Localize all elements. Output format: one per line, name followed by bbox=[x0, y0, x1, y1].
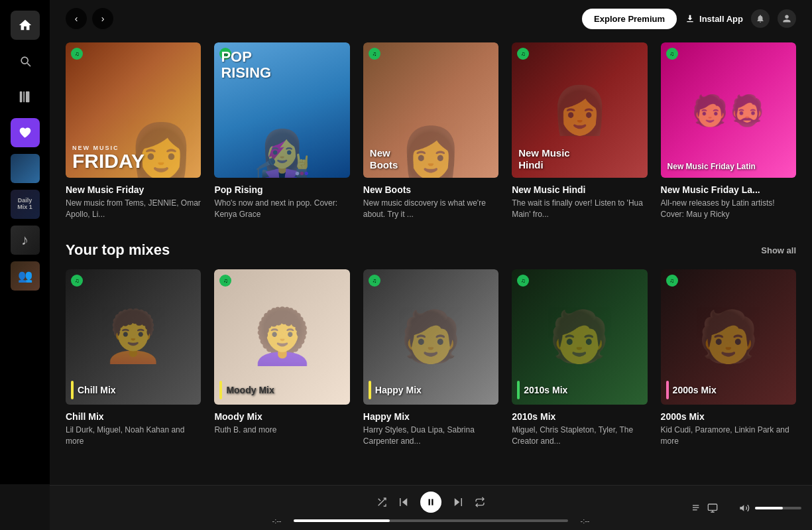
new-releases-section: 👩 NEW MUSIC FRIDAY New Music Friday New … bbox=[66, 42, 796, 220]
top-mixes-header: Your top mixes Show all bbox=[66, 241, 796, 259]
card-latin-desc: All-new releases by Latin artists! Cover… bbox=[661, 198, 796, 220]
card-latin-title: New Music Friday La... bbox=[661, 184, 796, 195]
sidebar-item-playlist1[interactable] bbox=[11, 154, 40, 183]
switch-device-button[interactable] bbox=[723, 503, 734, 513]
card-nmf-title: New Music Friday bbox=[66, 184, 201, 195]
svg-rect-14 bbox=[708, 504, 717, 510]
card-2010s-image: 🧑 2010s Mix bbox=[512, 269, 647, 405]
shuffle-icon bbox=[377, 497, 387, 507]
top-mixes-grid: 🧑‍🦱 Chill Mix Chill Mix Lil Durk, Miguel… bbox=[66, 269, 796, 447]
volume-fill bbox=[755, 507, 783, 509]
new-releases-grid: 👩 NEW MUSIC FRIDAY New Music Friday New … bbox=[66, 42, 796, 220]
card-2000s[interactable]: 🧑 2000s Mix 2000s Mix Kid Cudi, Paramore… bbox=[661, 269, 796, 447]
player-center: -:-- -:-- bbox=[265, 492, 597, 525]
svg-rect-2 bbox=[25, 92, 29, 103]
card-2000s-desc: Kid Cudi, Paramore, Linkin Park and more bbox=[661, 425, 796, 447]
next-button[interactable] bbox=[452, 496, 464, 508]
bell-icon bbox=[756, 14, 765, 23]
main-content: ‹ › Explore Premium Install App bbox=[50, 0, 812, 530]
chill-mix-label: Chill Mix bbox=[78, 385, 116, 395]
moody-mix-label-bar: Moody Mix bbox=[219, 381, 344, 399]
download-icon bbox=[685, 13, 695, 24]
card-2010s-desc: Miguel, Chris Stapleton, Tyler, The Crea… bbox=[512, 425, 647, 447]
repeat-icon bbox=[475, 497, 485, 507]
svg-rect-1 bbox=[23, 92, 25, 103]
svg-rect-11 bbox=[693, 505, 699, 505]
install-app-button[interactable]: Install App bbox=[685, 13, 743, 24]
player-bar: -:-- -:-- bbox=[50, 485, 812, 530]
progress-bar[interactable] bbox=[294, 519, 568, 522]
card-chill[interactable]: 🧑‍🦱 Chill Mix Chill Mix Lil Durk, Miguel… bbox=[66, 269, 201, 447]
card-pop-image: 👩‍🎤 POPRISING bbox=[214, 42, 349, 178]
card-hindi-image: 👩 New MusicHindi bbox=[512, 42, 647, 178]
card-2010s[interactable]: 🧑 2010s Mix 2010s Mix Miguel, Chris Stap… bbox=[512, 269, 647, 447]
svg-marker-15 bbox=[740, 505, 744, 511]
sidebar-item-daily1[interactable]: DailyMix 1 bbox=[11, 190, 40, 219]
shuffle-button[interactable] bbox=[377, 497, 387, 507]
user-profile-button[interactable] bbox=[778, 9, 796, 28]
card-pop[interactable]: 👩‍🎤 POPRISING Pop Rising Who's now and n… bbox=[214, 42, 349, 220]
prev-button[interactable] bbox=[398, 496, 410, 508]
sidebar-item-music1[interactable]: ♪ bbox=[11, 226, 40, 255]
svg-line-4 bbox=[378, 498, 380, 500]
card-moody-image: 👩‍🦱 Moody Mix bbox=[214, 269, 349, 405]
card-2000s-image: 🧑 2000s Mix bbox=[661, 269, 796, 405]
card-chill-image: 🧑‍🦱 Chill Mix bbox=[66, 269, 201, 405]
top-mixes-title: Your top mixes bbox=[66, 241, 170, 259]
card-hindi[interactable]: 👩 New MusicHindi New Music Hindi The wai… bbox=[512, 42, 647, 220]
notifications-button[interactable] bbox=[751, 9, 770, 28]
card-pop-title: Pop Rising bbox=[214, 184, 349, 195]
volume-button[interactable] bbox=[739, 503, 750, 513]
sidebar-item-search[interactable] bbox=[11, 46, 40, 76]
hindi-label: New MusicHindi bbox=[518, 147, 640, 171]
card-hindi-title: New Music Hindi bbox=[512, 184, 647, 195]
card-hindi-desc: The wait is finally over! Listen to 'Hua… bbox=[512, 198, 647, 220]
show-all-link[interactable]: Show all bbox=[761, 245, 796, 255]
moody-mix-label: Moody Mix bbox=[226, 385, 274, 395]
sidebar-item-home[interactable] bbox=[11, 11, 40, 40]
queue-icon bbox=[691, 503, 702, 513]
card-happy[interactable]: 🧑 Happy Mix Happy Mix Harry Styles, Dua … bbox=[363, 269, 498, 447]
card-chill-title: Chill Mix bbox=[66, 411, 201, 422]
progress-container: -:-- -:-- bbox=[265, 517, 597, 525]
card-moody-title: Moody Mix bbox=[214, 411, 349, 422]
latin-label: New Music Friday Latin bbox=[667, 162, 789, 171]
card-pop-desc: Who's now and next in pop. Cover: Kenya … bbox=[214, 198, 349, 220]
player-controls bbox=[377, 492, 485, 513]
2010s-mix-label-bar: 2010s Mix bbox=[517, 381, 642, 399]
card-boots-image: 👩 NewBoots bbox=[363, 42, 498, 178]
2010s-mix-label: 2010s Mix bbox=[524, 385, 567, 395]
explore-premium-button[interactable]: Explore Premium bbox=[582, 9, 677, 29]
volume-bar[interactable] bbox=[755, 507, 801, 509]
card-boots[interactable]: 👩 NewBoots New Boots New music discovery… bbox=[363, 42, 498, 220]
player-right bbox=[669, 503, 801, 513]
repeat-button[interactable] bbox=[475, 497, 485, 507]
sidebar-item-library[interactable] bbox=[11, 82, 40, 111]
content-area[interactable]: 👩 NEW MUSIC FRIDAY New Music Friday New … bbox=[50, 37, 812, 485]
sidebar-item-group1[interactable]: 👥 bbox=[11, 261, 40, 291]
topbar: ‹ › Explore Premium Install App bbox=[50, 0, 812, 37]
card-latin[interactable]: 🧑🧔 New Music Friday Latin New Music Frid… bbox=[661, 42, 796, 220]
sidebar-item-liked[interactable] bbox=[11, 118, 40, 147]
card-moody[interactable]: 👩‍🦱 Moody Mix Moody Mix Ruth B. and more bbox=[214, 269, 349, 447]
card-2000s-title: 2000s Mix bbox=[661, 411, 796, 422]
top-mixes-section: Your top mixes Show all 🧑‍🦱 Chill Mix bbox=[66, 241, 796, 447]
pause-icon bbox=[426, 497, 435, 507]
card-happy-desc: Harry Styles, Dua Lipa, Sabrina Carpente… bbox=[363, 425, 498, 447]
2010s-color-bar bbox=[517, 381, 520, 399]
switch-icon bbox=[723, 503, 734, 513]
chill-color-bar bbox=[71, 381, 74, 399]
card-nmf-desc: New music from Tems, JENNIE, Omar Apollo… bbox=[66, 198, 201, 220]
install-app-label: Install App bbox=[699, 14, 743, 24]
forward-button[interactable]: › bbox=[92, 8, 113, 29]
time-current: -:-- bbox=[265, 517, 288, 525]
card-nmf[interactable]: 👩 NEW MUSIC FRIDAY New Music Friday New … bbox=[66, 42, 201, 220]
svg-marker-5 bbox=[402, 498, 408, 506]
back-button[interactable]: ‹ bbox=[66, 8, 87, 29]
devices-button[interactable] bbox=[707, 503, 718, 513]
queue-button[interactable] bbox=[691, 503, 702, 513]
happy-mix-label: Happy Mix bbox=[375, 385, 422, 395]
svg-rect-8 bbox=[432, 499, 433, 505]
pause-button[interactable] bbox=[420, 492, 441, 513]
next-icon bbox=[452, 496, 464, 508]
